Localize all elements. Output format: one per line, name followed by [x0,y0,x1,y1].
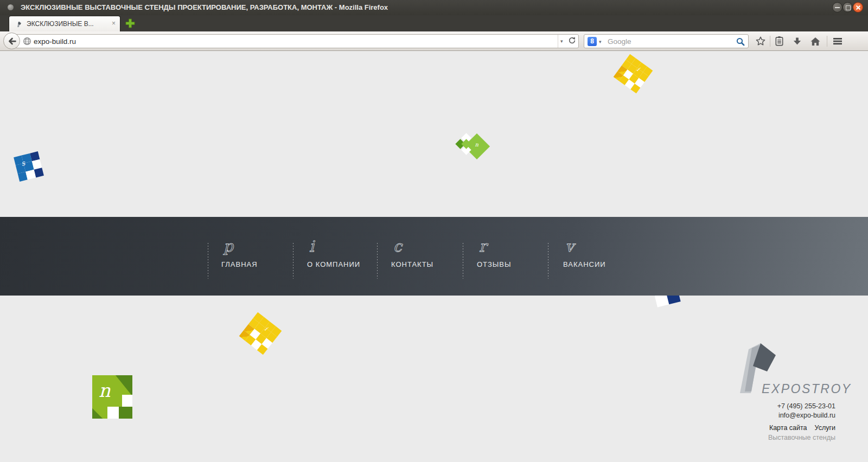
back-button[interactable] [3,33,20,49]
maximize-button[interactable] [843,2,853,12]
decor-letter: n [475,142,478,147]
browser-window: ЭКСКЛЮЗИВНЫЕ ВЫСТАВОЧНЫЕ СТЕНДЫ ПРОЕКТИР… [0,0,868,462]
services-link[interactable]: Услуги [815,424,835,432]
nav-script-letter: r [479,238,511,257]
home-icon [810,36,821,47]
window-icon [8,4,14,10]
nav-script-letter: i [309,238,360,257]
nav-divider [377,243,378,279]
hamburger-icon [832,36,843,46]
title-bar: ЭКСКЛЮЗИВНЫЕ ВЫСТАВОЧНЫЕ СТЕНДЫ ПРОЕКТИР… [0,0,868,15]
search-submit-button[interactable] [736,37,745,49]
back-arrow-icon [6,35,18,47]
star-icon [755,36,766,47]
main-navigation: p ГЛАВНАЯ i О КОМПАНИИ c КОНТАКТЫ r ОТЗЫ… [0,217,868,296]
nav-item-label: ОТЗЫВЫ [477,260,511,268]
reload-icon [568,36,576,44]
reload-button[interactable] [568,36,576,47]
window-controls [832,2,863,12]
nav-divider [208,243,208,279]
footer-links: Карта сайтаУслуги [768,424,835,432]
nav-item-contacts[interactable]: c КОНТАКТЫ [391,238,433,268]
nav-script-letter: v [565,238,606,257]
tab-expo-build[interactable]: ЭКСКЛЮЗИВНЫЕ В... × [9,16,120,31]
page-content: i n s [0,51,868,462]
home-button[interactable] [808,35,822,48]
search-bar: 8 ▾ [584,34,749,48]
clipboard-icon [774,36,784,47]
url-controls: ▾ [558,35,578,48]
url-dropdown-icon[interactable]: ▾ [560,39,563,44]
decor-yellow-shape-top: i [614,54,653,94]
decor-yellow-shape-mid: i [239,312,282,355]
footer-contacts: +7 (495) 255-23-01 info@expo-build.ru Ка… [768,402,835,441]
download-arrow-icon [792,36,802,47]
nav-script-letter: c [393,238,433,257]
browser-toolbar: expo-build.ru ▾ 8 ▾ [0,31,868,51]
email-link[interactable]: info@expo-build.ru [768,412,835,419]
nav-item-label: ВАКАНСИИ [563,260,606,268]
minimize-button[interactable] [832,2,843,12]
magnifier-icon [736,37,745,47]
nav-item-reviews[interactable]: r ОТЗЫВЫ [477,238,511,268]
nav-item-label: ГЛАВНАЯ [221,260,258,268]
plus-icon [125,18,135,28]
toolbar-separator [827,36,827,47]
window-title: ЭКСКЛЮЗИВНЫЕ ВЫСТАВОЧНЫЕ СТЕНДЫ ПРОЕКТИР… [21,3,388,11]
bookmarks-menu-button[interactable] [772,35,786,48]
tab-favicon-icon [15,20,23,30]
decor-letter: n [99,380,111,401]
nav-divider [463,243,463,279]
nav-item-label: КОНТАКТЫ [391,260,433,268]
nav-item-vacancies[interactable]: v ВАКАНСИИ [563,238,606,268]
search-input[interactable] [607,36,737,47]
tab-close-icon[interactable]: × [112,20,116,27]
downloads-button[interactable] [790,35,804,48]
url-text: expo-build.ru [34,37,76,46]
search-engine-dropdown-icon[interactable]: ▾ [599,39,602,44]
url-bar[interactable]: expo-build.ru ▾ [11,34,579,48]
tab-bar: ЭКСКЛЮЗИВНЫЕ В... × [0,15,868,31]
tab-title: ЭКСКЛЮЗИВНЫЕ В... [27,20,108,28]
menu-button[interactable] [831,35,845,48]
close-button[interactable] [853,2,863,12]
nav-item-home[interactable]: p ГЛАВНАЯ [221,238,258,268]
nav-item-label: О КОМПАНИИ [307,260,360,268]
search-engine-icon[interactable]: 8 [588,37,597,46]
nav-item-about[interactable]: i О КОМПАНИИ [307,238,360,268]
decor-green-square-shape: n [92,375,132,419]
new-tab-button[interactable] [125,18,135,28]
footer-logo: EXPOSTROY [736,341,837,401]
decor-green-arrow-shape: n [456,132,489,164]
footer-tagline: Выставочные стенды [768,434,835,441]
decor-blue-shape: s [14,151,44,182]
nav-divider [293,243,293,279]
sitemap-link[interactable]: Карта сайта [769,424,807,432]
nav-divider [548,243,548,279]
globe-icon [23,37,31,48]
phone-number: +7 (495) 255-23-01 [768,402,835,410]
bookmark-star-button[interactable] [754,35,768,48]
nav-script-letter: p [224,238,258,257]
footer-logo-text: EXPOSTROY [762,382,852,396]
toolbar-separator [770,36,770,47]
